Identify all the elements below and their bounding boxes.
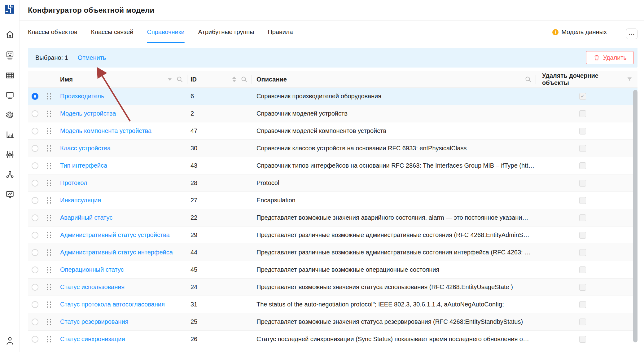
home-icon[interactable]	[5, 29, 15, 40]
row-radio[interactable]	[32, 284, 38, 291]
table-row[interactable]: Статус использования 24 Представляет воз…	[28, 279, 637, 296]
row-name-link[interactable]: Статус использования	[60, 284, 125, 291]
drag-handle-icon[interactable]	[42, 174, 56, 192]
more-actions-button[interactable]: ...	[626, 29, 637, 39]
row-radio[interactable]	[32, 214, 38, 221]
delete-children-checkbox[interactable]	[579, 232, 586, 239]
monitor-icon[interactable]	[5, 90, 15, 100]
table-row[interactable]: Производитель 6 Справочник производителе…	[28, 88, 637, 105]
delete-children-checkbox[interactable]	[579, 301, 586, 308]
row-name-link[interactable]: Статус синхронизации	[60, 336, 125, 343]
dashboard-presentation-icon[interactable]	[5, 189, 15, 200]
drag-handle-icon[interactable]	[42, 313, 56, 331]
filters-sliders-icon[interactable]	[5, 149, 15, 160]
delete-button[interactable]: Удалить	[586, 51, 634, 64]
delete-children-checkbox[interactable]	[579, 145, 586, 152]
table-row[interactable]: Операционный статус 45 Представляет разл…	[28, 261, 637, 279]
delete-children-checkbox[interactable]	[579, 249, 586, 256]
row-radio[interactable]	[32, 266, 38, 273]
table-row[interactable]: Административный статус интерфейса 44 Пр…	[28, 244, 637, 261]
drag-handle-icon[interactable]	[42, 244, 56, 261]
table-icon[interactable]	[5, 70, 15, 80]
table-row[interactable]: Протокол 28 Protocol	[28, 174, 637, 192]
vertical-scrollbar[interactable]	[633, 90, 637, 342]
row-name-link[interactable]: Аварийный статус	[60, 214, 112, 221]
row-name-link[interactable]: Статус резервирования	[60, 318, 128, 325]
row-name-link[interactable]: Протокол	[60, 179, 87, 187]
drag-handle-icon[interactable]	[42, 209, 56, 227]
tab-object-classes[interactable]: Классы объектов	[28, 21, 77, 43]
data-model-link[interactable]: i Модель данных	[552, 21, 607, 43]
tab-attribute-groups[interactable]: Атрибутные группы	[198, 21, 254, 43]
row-name-link[interactable]: Производитель	[60, 93, 104, 100]
tab-dictionaries[interactable]: Справочники	[147, 21, 184, 43]
tab-rules[interactable]: Правила	[268, 21, 293, 43]
drag-handle-icon[interactable]	[42, 157, 56, 174]
delete-children-checkbox[interactable]	[579, 214, 586, 221]
table-row[interactable]: Модель устройства 2 Справочник моделей у…	[28, 105, 637, 122]
row-name-link[interactable]: Административный статус интерфейса	[60, 249, 173, 256]
table-row[interactable]: Класс устройства 30 Справочник классов у…	[28, 140, 637, 157]
table-row[interactable]: Модель компонента устройства 47 Справочн…	[28, 122, 637, 140]
delete-children-checkbox[interactable]	[579, 336, 586, 343]
row-radio[interactable]	[32, 197, 38, 204]
drag-handle-icon[interactable]	[42, 192, 56, 209]
delete-children-checkbox[interactable]	[579, 197, 586, 204]
row-name-link[interactable]: Тип интерфейса	[60, 162, 107, 169]
drag-handle-icon[interactable]	[42, 105, 56, 122]
id-sort-icon[interactable]	[232, 77, 236, 82]
header-delete-children[interactable]: Удалять дочерние объекты	[536, 71, 637, 88]
delete-children-checkbox[interactable]	[579, 128, 586, 134]
row-name-link[interactable]: Инкапсуляция	[60, 197, 101, 204]
header-name[interactable]: Имя	[56, 71, 187, 88]
table-row[interactable]: Аварийный статус 22 Представляет возможн…	[28, 209, 637, 227]
bar-chart-icon[interactable]	[5, 130, 15, 140]
delete-children-checkbox[interactable]	[579, 110, 586, 117]
delete-children-checkbox[interactable]	[579, 93, 586, 100]
tab-link-classes[interactable]: Классы связей	[91, 21, 134, 43]
row-name-link[interactable]: Модель компонента устройства	[60, 127, 151, 134]
table-row[interactable]: Тип интерфейса 43 Справочник типов интер…	[28, 157, 637, 174]
row-radio[interactable]	[32, 145, 38, 152]
drag-handle-icon[interactable]	[42, 88, 56, 105]
header-id[interactable]: ID	[187, 71, 252, 88]
name-search-icon[interactable]	[176, 76, 183, 83]
row-radio[interactable]	[32, 180, 38, 187]
drag-handle-icon[interactable]	[42, 122, 56, 140]
header-description[interactable]: Описание	[252, 71, 536, 88]
row-radio[interactable]	[32, 336, 38, 343]
drag-handle-icon[interactable]	[42, 140, 56, 157]
app-logo-icon[interactable]	[5, 5, 14, 14]
cancel-selection-link[interactable]: Отменить	[78, 54, 106, 61]
drag-handle-icon[interactable]	[42, 261, 56, 279]
row-radio[interactable]	[32, 301, 38, 308]
name-dropdown-caret-icon[interactable]	[168, 78, 172, 81]
drag-handle-icon[interactable]	[42, 331, 56, 344]
id-search-icon[interactable]	[240, 76, 248, 83]
table-row[interactable]: Инкапсуляция 27 Encapsulation	[28, 192, 637, 209]
row-name-link[interactable]: Операционный статус	[60, 266, 124, 273]
row-radio[interactable]	[32, 319, 38, 325]
delete-children-checkbox[interactable]	[579, 180, 586, 187]
row-radio[interactable]	[32, 249, 38, 256]
description-search-icon[interactable]	[524, 76, 532, 83]
user-icon[interactable]	[5, 335, 15, 345]
row-name-link[interactable]: Статус протокола автосогласования	[60, 301, 165, 308]
table-row[interactable]: Статус резервирования 25 Представляет во…	[28, 313, 637, 331]
terminal-icon[interactable]	[5, 50, 15, 60]
row-name-link[interactable]: Класс устройства	[60, 145, 111, 152]
delete-children-checkbox[interactable]	[579, 319, 586, 325]
row-name-link[interactable]: Административный статус устройства	[60, 231, 170, 239]
row-radio[interactable]	[32, 110, 38, 117]
settings-gear-icon[interactable]	[5, 110, 15, 120]
delete-children-checkbox[interactable]	[579, 266, 586, 273]
table-row[interactable]: Статус протокола автосогласования 31 The…	[28, 296, 637, 313]
table-row[interactable]: Административный статус устройства 29 Пр…	[28, 227, 637, 244]
drag-handle-icon[interactable]	[42, 279, 56, 296]
row-radio[interactable]	[32, 93, 38, 100]
row-name-link[interactable]: Модель устройства	[60, 110, 116, 117]
drag-handle-icon[interactable]	[42, 227, 56, 244]
delete-children-checkbox[interactable]	[579, 284, 586, 291]
drag-handle-icon[interactable]	[42, 296, 56, 313]
row-radio[interactable]	[32, 232, 38, 239]
